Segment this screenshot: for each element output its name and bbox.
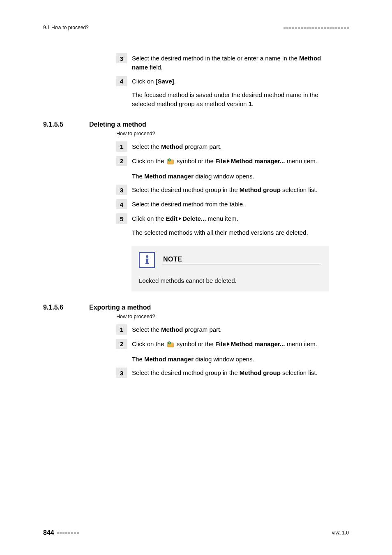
step-number: 3 xyxy=(116,53,127,63)
heading-text: Exporting a method xyxy=(89,304,151,311)
step-text: Select the desired method in the table o… xyxy=(132,53,329,72)
method-manager-icon xyxy=(167,158,174,167)
page-header: 9.1 How to proceed? xyxy=(43,25,349,30)
exp-step-1: 1 Select the Method program part. xyxy=(116,324,349,335)
note-rule xyxy=(163,264,321,264)
heading-9-1-5-5: 9.1.5.5 Deleting a method xyxy=(43,121,349,128)
step-number: 4 xyxy=(116,76,127,86)
note-body: Locked methods cannot be deleted. xyxy=(139,277,321,284)
heading-number: 9.1.5.5 xyxy=(43,121,89,128)
del-step-4: 4 Select the desired method from the tab… xyxy=(116,199,349,209)
step-text: Click on [Save]. The focused method is s… xyxy=(132,76,329,109)
step-4: 4 Click on [Save]. The focused method is… xyxy=(116,76,349,109)
footer-left: 844 xyxy=(43,529,79,536)
header-section-title: 9.1 How to proceed? xyxy=(43,25,89,30)
step-text: Select the Method program part. xyxy=(132,141,221,151)
page: 9.1 How to proceed? 3 Select the desired… xyxy=(0,0,392,555)
step-number: 1 xyxy=(116,141,127,152)
step-number: 2 xyxy=(116,339,127,349)
exp-step-3: 3 Select the desired method group in the… xyxy=(116,368,349,378)
step-text: Select the Method program part. xyxy=(132,324,221,334)
sub-caption: How to proceed? xyxy=(116,314,349,319)
menu-arrow-icon xyxy=(179,217,181,220)
menu-arrow-icon xyxy=(227,342,230,346)
sub-caption: How to proceed? xyxy=(116,131,349,136)
del-step-5: 5 Click on the EditDelete... menu item. … xyxy=(116,213,349,237)
svg-point-1 xyxy=(146,255,148,258)
del-step-1: 1 Select the Method program part. xyxy=(116,141,349,152)
heading-number: 9.1.5.6 xyxy=(43,304,89,311)
header-ornament xyxy=(284,27,349,29)
step-number: 4 xyxy=(116,199,127,209)
page-number: 844 xyxy=(43,529,54,536)
page-footer: 844 viva 1.0 xyxy=(43,529,349,536)
step-number: 1 xyxy=(116,324,127,335)
heading-text: Deleting a method xyxy=(89,121,146,128)
footer-ornament xyxy=(57,532,79,534)
footer-right: viva 1.0 xyxy=(332,530,349,536)
note-title: NOTE xyxy=(163,256,321,263)
note-box: NOTE Locked methods cannot be deleted. xyxy=(131,246,329,291)
svg-rect-4 xyxy=(145,263,148,264)
step-text: Select the desired method group in the M… xyxy=(132,185,318,194)
exp-step-2: 2 Click on the symbol or the FileMethod … xyxy=(116,339,349,364)
step-text: Select the desired method group in the M… xyxy=(132,368,318,377)
step-number: 2 xyxy=(116,156,127,166)
menu-arrow-icon xyxy=(227,160,230,163)
step-3: 3 Select the desired method in the table… xyxy=(116,53,349,72)
del-step-3: 3 Select the desired method group in the… xyxy=(116,185,349,195)
step-text: Select the desired method from the table… xyxy=(132,199,244,209)
step-number: 5 xyxy=(116,213,127,224)
step-number: 3 xyxy=(116,368,127,378)
step-text: Click on the symbol or the FileMethod ma… xyxy=(132,156,317,181)
step-text: Click on the EditDelete... menu item. Th… xyxy=(132,213,308,237)
info-icon xyxy=(139,252,155,268)
step-text: Click on the symbol or the FileMethod ma… xyxy=(132,339,317,364)
note-header: NOTE xyxy=(139,252,321,268)
del-step-2: 2 Click on the symbol or the FileMethod … xyxy=(116,156,349,181)
step-number: 3 xyxy=(116,185,127,195)
method-manager-icon xyxy=(167,341,174,350)
page-body: 3 Select the desired method in the table… xyxy=(43,53,349,378)
heading-9-1-5-6: 9.1.5.6 Exporting a method xyxy=(43,304,349,311)
